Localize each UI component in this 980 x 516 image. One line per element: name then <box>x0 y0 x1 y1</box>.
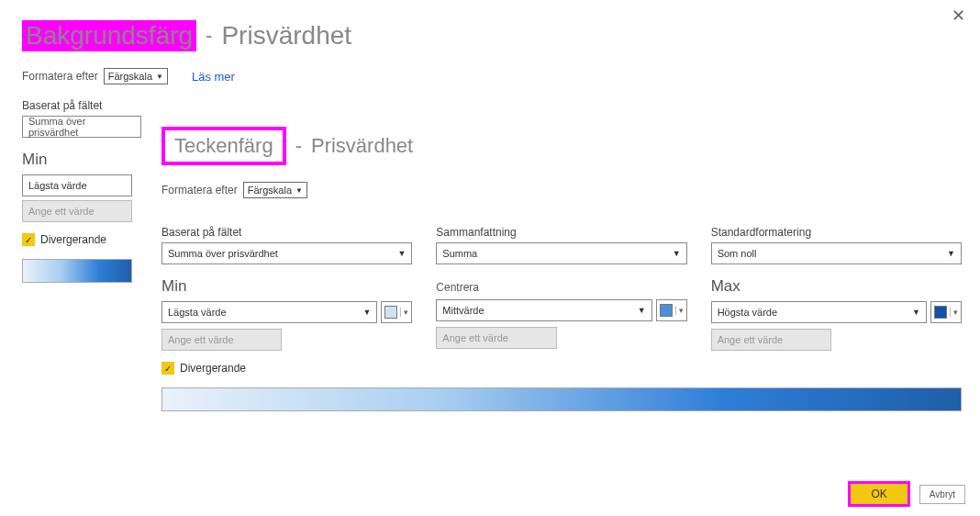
based-on-field-label: Baserat på fältet <box>22 99 664 112</box>
dialog-buttons: OK Avbryt <box>848 481 965 507</box>
chevron-down-icon: ▼ <box>397 249 406 258</box>
chevron-down-icon: ▼ <box>912 308 920 317</box>
based-on-field-select[interactable]: Summa över prisvärdhet ▼ <box>161 242 412 264</box>
min-value-input[interactable]: Ange ett värde <box>22 200 132 222</box>
chevron-down-icon: ▼ <box>638 306 646 315</box>
dialog-title-row: Bakgrundsfärg - Prisvärdhet <box>22 20 664 51</box>
min-value-input[interactable]: Ange ett värde <box>161 329 282 351</box>
center-value-select[interactable]: Mittvärde ▼ <box>436 299 651 321</box>
summarization-select[interactable]: Summa ▼ <box>436 242 686 264</box>
based-on-field-label: Baserat på fältet <box>161 226 412 239</box>
diverging-checkbox-row[interactable]: Divergerande <box>161 362 962 375</box>
center-value-text: Mittvärde <box>442 305 484 316</box>
checkbox-checked-icon <box>22 233 35 246</box>
dash: - <box>295 134 302 158</box>
cancel-button[interactable]: Avbryt <box>919 485 965 504</box>
diverging-checkbox-row[interactable]: Divergerande <box>22 233 132 246</box>
center-heading: Centrera <box>436 281 686 294</box>
min-value-select[interactable]: Lägsta värde ▼ <box>161 301 377 323</box>
max-value-placeholder: Ange ett värde <box>718 334 784 345</box>
min-value-text: Lägsta värde <box>28 180 87 191</box>
summarization-label: Sammanfattning <box>436 226 686 239</box>
chevron-down-icon: ▾ <box>400 308 408 317</box>
default-format-value: Som noll <box>718 248 757 259</box>
min-value-placeholder: Ange ett värde <box>28 206 95 217</box>
format-by-value: Färgskala <box>108 71 152 82</box>
default-format-select[interactable]: Som noll ▼ <box>711 242 962 264</box>
dialog-subject: Prisvärdhet <box>221 21 351 50</box>
close-icon[interactable]: ✕ <box>952 6 965 26</box>
max-heading: Max <box>711 277 962 296</box>
diverging-label: Divergerande <box>180 362 246 375</box>
color-swatch-icon <box>660 304 673 317</box>
dialog-title-row: Teckenfärg - Prisvärdhet <box>161 127 962 165</box>
learn-more-link[interactable]: Läs mer <box>192 70 235 84</box>
chevron-down-icon: ▼ <box>156 73 163 81</box>
based-on-field-value: Summa över prisvärdhet <box>168 248 278 259</box>
color-swatch-icon <box>934 306 947 319</box>
center-value-input[interactable]: Ange ett värde <box>436 327 556 349</box>
chevron-down-icon: ▼ <box>295 186 303 195</box>
format-by-value: Färgskala <box>248 185 292 196</box>
summarization-value: Summa <box>442 248 477 259</box>
diverging-label: Divergerande <box>40 233 106 246</box>
chevron-down-icon: ▼ <box>362 308 371 317</box>
color-swatch-icon <box>384 306 397 319</box>
gradient-preview <box>22 259 132 283</box>
format-by-label: Formatera efter <box>22 70 98 83</box>
center-value-placeholder: Ange ett värde <box>442 332 508 343</box>
dialog-title-highlighted: Teckenfärg <box>161 127 286 165</box>
min-heading: Min <box>161 277 412 296</box>
min-value-text: Lägsta värde <box>168 307 227 318</box>
format-by-label: Formatera efter <box>161 184 238 196</box>
gradient-preview <box>161 387 962 411</box>
format-by-select[interactable]: Färgskala ▼ <box>243 182 307 198</box>
min-value-placeholder: Ange ett värde <box>168 334 234 345</box>
based-on-field-select[interactable]: Summa över prisvärdhet <box>22 116 141 138</box>
dash: - <box>206 24 212 48</box>
center-color-picker[interactable]: ▾ <box>656 299 687 321</box>
checkbox-checked-icon <box>161 362 174 375</box>
chevron-down-icon: ▼ <box>673 249 681 258</box>
max-value-text: Högsta värde <box>718 307 777 318</box>
max-color-picker[interactable]: ▾ <box>930 301 962 323</box>
chevron-down-icon: ▾ <box>675 306 684 315</box>
default-format-label: Standardformatering <box>711 226 962 239</box>
min-color-picker[interactable]: ▾ <box>381 301 412 323</box>
min-value-select[interactable]: Lägsta värde <box>22 174 132 196</box>
min-heading: Min <box>22 151 132 169</box>
max-value-input[interactable]: Ange ett värde <box>711 329 831 351</box>
dialog-font-color: Teckenfärg - Prisvärdhet Formatera efter… <box>154 119 973 419</box>
max-value-select[interactable]: Högsta värde ▼ <box>711 301 927 323</box>
ok-button[interactable]: OK <box>848 481 909 507</box>
based-on-field-value: Summa över prisvärdhet <box>28 116 135 138</box>
dialog-title-highlighted: Bakgrundsfärg <box>22 20 196 51</box>
format-by-select[interactable]: Färgskala ▼ <box>104 68 168 84</box>
dialog-subject: Prisvärdhet <box>311 134 413 158</box>
chevron-down-icon: ▾ <box>950 308 958 317</box>
chevron-down-icon: ▼ <box>947 249 955 258</box>
